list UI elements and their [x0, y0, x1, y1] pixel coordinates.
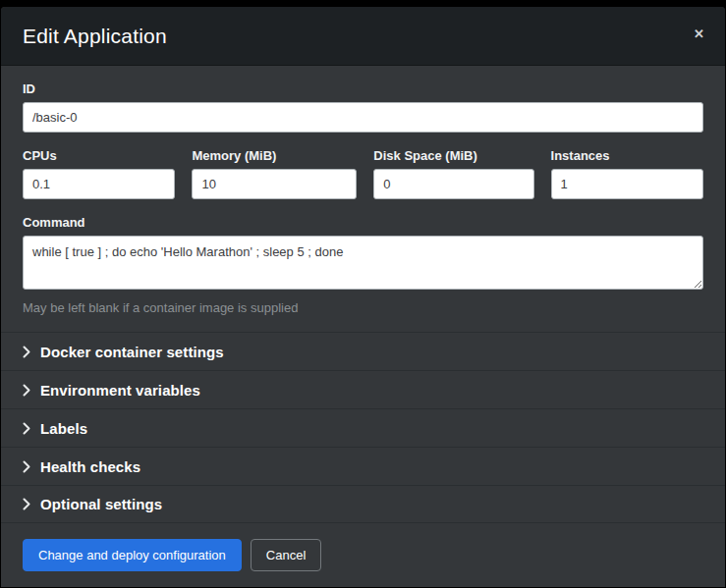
chevron-right-icon	[23, 460, 36, 473]
section-environment-variables[interactable]: Environment variables	[1, 370, 725, 408]
cancel-button[interactable]: Cancel	[251, 539, 321, 571]
id-field-group: ID	[23, 81, 703, 133]
section-label: Docker container settings	[40, 344, 224, 360]
close-icon[interactable]: ✕	[688, 24, 710, 44]
modal-header: Edit Application ✕	[1, 7, 725, 66]
modal-footer: Change and deploy configuration Cancel	[1, 525, 725, 587]
id-input[interactable]	[23, 102, 703, 133]
section-docker-container-settings[interactable]: Docker container settings	[1, 332, 725, 370]
memory-label: Memory (MiB)	[192, 148, 357, 163]
edit-application-modal: Edit Application ✕ ID CPUs Memory (MiB)	[1, 7, 725, 587]
chevron-right-icon	[23, 498, 36, 510]
memory-input[interactable]	[192, 169, 357, 199]
resources-row: CPUs Memory (MiB) Disk Space (MiB) Insta…	[23, 148, 703, 199]
collapsible-sections: Docker container settings Environment va…	[1, 332, 725, 523]
section-label: Health checks	[40, 458, 140, 475]
disk-field-group: Disk Space (MiB)	[373, 148, 533, 199]
memory-field-group: Memory (MiB)	[192, 148, 357, 199]
section-label: Environment variables	[40, 382, 200, 399]
chevron-right-icon	[23, 384, 36, 397]
chevron-right-icon	[23, 422, 36, 435]
command-help-text: May be left blank if a container image i…	[23, 300, 703, 315]
cpus-field-group: CPUs	[23, 148, 175, 199]
section-health-checks[interactable]: Health checks	[1, 447, 725, 485]
chevron-right-icon	[23, 346, 36, 358]
id-label: ID	[23, 81, 703, 96]
section-label: Labels	[40, 420, 87, 437]
cpus-label: CPUs	[23, 148, 175, 163]
application-form: ID CPUs Memory (MiB) Disk Space (MiB)	[1, 81, 725, 315]
disk-input[interactable]	[373, 169, 533, 199]
instances-field-group: Instances	[551, 148, 703, 199]
disk-label: Disk Space (MiB)	[373, 148, 533, 163]
modal-body: ID CPUs Memory (MiB) Disk Space (MiB)	[1, 66, 725, 525]
instances-input[interactable]	[551, 169, 703, 199]
modal-title: Edit Application	[23, 25, 703, 48]
section-optional-settings[interactable]: Optional settings	[1, 485, 725, 523]
change-and-deploy-button[interactable]: Change and deploy configuration	[23, 539, 242, 571]
cpus-input[interactable]	[23, 169, 175, 199]
command-label: Command	[23, 215, 703, 230]
instances-label: Instances	[551, 148, 703, 163]
command-textarea[interactable]: while [ true ] ; do echo 'Hello Marathon…	[23, 236, 703, 290]
section-label: Optional settings	[40, 496, 162, 512]
command-field-group: Command while [ true ] ; do echo 'Hello …	[23, 215, 703, 315]
section-labels[interactable]: Labels	[1, 408, 725, 447]
